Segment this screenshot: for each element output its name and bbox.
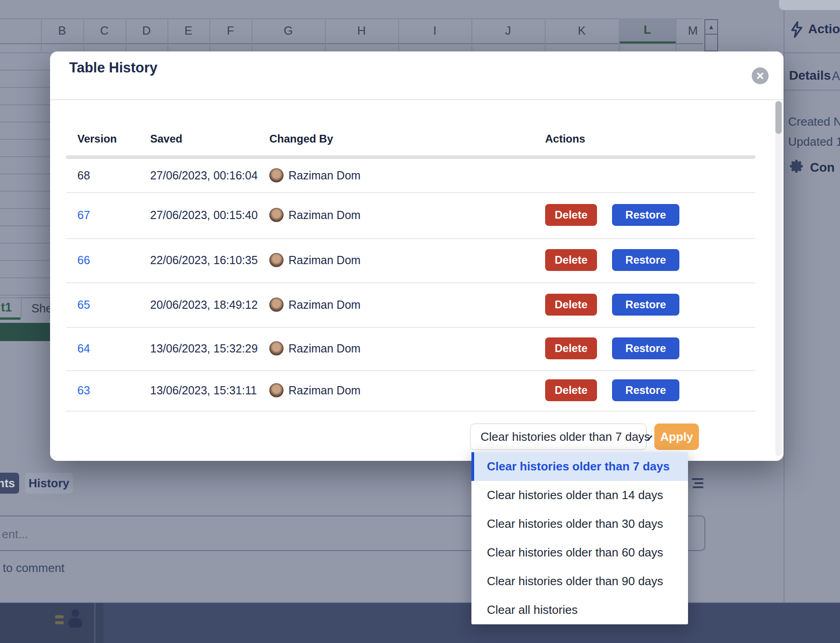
bottom-toolbar [0,602,840,643]
sidebar-updated-label: Updated 1 [788,135,840,149]
history-row-saved: 13/06/2023, 15:32:29 [150,342,258,355]
history-row-changed-by: Raziman Dom [288,342,360,355]
sheet-header-bottom-line [0,43,703,44]
grid-line [0,87,50,88]
grid-line [471,18,472,51]
avatar [269,383,283,398]
avatar [269,253,283,267]
grid-line [126,18,127,51]
history-row-saved: 13/06/2023, 15:31:11 [150,384,257,397]
history-row-version[interactable]: 63 [77,384,90,397]
delete-button[interactable]: Delete [545,337,597,359]
sheet-tab-active[interactable]: t1 [1,301,12,315]
sheet-column-header-E[interactable]: E [167,18,209,43]
sheet-column-header-I[interactable]: I [398,18,471,43]
table-header-underline [66,155,755,159]
lightning-icon [790,21,804,38]
dropdown-option[interactable]: Clear histories older than 60 days [471,538,688,567]
row-divider [66,411,755,412]
grid-line [619,18,620,51]
delete-button[interactable]: Delete [545,249,597,271]
row-divider [66,238,755,239]
sheet-column-header-F[interactable]: F [209,18,252,43]
history-row-saved: 22/06/2023, 16:10:35 [150,254,258,267]
apply-button[interactable]: Apply [654,424,699,450]
bottom-toolbar-divider [94,603,96,643]
align-lines-icon [692,478,703,480]
history-row-version[interactable]: 65 [77,298,90,311]
grid-line [209,18,210,51]
sheet-column-header-H[interactable]: H [325,18,398,43]
active-tab-underline [0,317,20,320]
history-row-saved: 27/06/2023, 00:15:40 [150,209,258,222]
sidebar-actions-label[interactable]: Actio [808,22,840,36]
restore-button[interactable]: Restore [612,204,679,226]
row-divider [66,370,755,371]
grid-line [0,70,50,71]
sidebar-tab-details[interactable]: Details [789,68,831,83]
row-divider [66,327,755,328]
sheet-scrollbar[interactable]: ▲ [704,19,718,51]
column-header-actions: Actions [545,133,585,145]
grid-line [0,139,50,140]
row-divider [66,192,755,193]
close-icon [756,72,764,80]
dropdown-option[interactable]: Clear histories older than 14 days [471,481,688,510]
history-row-saved: 20/06/2023, 18:49:12 [150,298,258,311]
clear-histories-dropdown-menu: Clear histories older than 7 daysClear h… [471,452,688,624]
close-button[interactable] [752,67,769,84]
sidebar-created-label: Created N [788,115,840,129]
grid-line [0,191,50,192]
sheet-column-header-J[interactable]: J [471,18,545,43]
delete-button[interactable]: Delete [545,204,597,226]
restore-button[interactable]: Restore [612,249,679,271]
grid-line [0,156,50,157]
modal-title: Table History [69,60,157,76]
dropdown-option[interactable]: Clear histories older than 30 days [471,510,688,538]
grid-line [0,295,50,296]
restore-button[interactable]: Restore [612,379,679,401]
grid-line [325,18,326,51]
column-header-version: Version [77,133,117,145]
clear-histories-select[interactable]: Clear histories older than 7 days [470,424,647,450]
sheet-column-header-K[interactable]: K [545,18,619,43]
history-row-changed-by: Raziman Dom [288,209,360,222]
dropdown-option[interactable]: Clear histories older than 90 days [471,567,688,596]
history-row-version: 68 [77,169,90,182]
sidebar-line [784,90,840,91]
floating-toolbar-card [779,0,840,10]
sheet-column-header-C[interactable]: C [83,18,126,43]
modal-header-divider [50,99,784,100]
restore-button[interactable]: Restore [612,337,679,359]
sheet-column-header-D[interactable]: D [126,18,167,43]
grid-line [167,18,168,51]
sheet-column-header-B[interactable]: B [41,18,83,43]
comment-input-placeholder: ent... [2,527,28,541]
history-row-version[interactable]: 66 [77,254,90,267]
grid-line [398,18,399,51]
sheet-column-header-L[interactable]: L [619,18,676,43]
restore-button[interactable]: Restore [612,294,679,316]
grid-line [0,174,50,174]
grid-line [0,52,50,53]
dropdown-option[interactable]: Clear histories older than 7 days [471,452,688,481]
sidebar-line [784,52,840,53]
delete-button[interactable]: Delete [545,379,597,401]
grid-line [0,243,50,244]
tab-history[interactable]: History [25,473,73,494]
sheet-column-header-G[interactable]: G [252,18,325,43]
modal-scrollbar-thumb[interactable] [775,101,782,134]
history-row-version[interactable]: 67 [77,209,90,222]
modal-scrollbar[interactable] [775,101,782,456]
grid-line [41,18,42,51]
delete-button[interactable]: Delete [545,294,597,316]
history-row-changed-by: Raziman Dom [288,384,360,397]
gear-icon[interactable] [789,158,805,174]
sidebar-tab-activity-partial[interactable]: A [832,69,840,83]
sidebar-configuration-label[interactable]: Con [810,160,835,175]
scroll-up-arrow-icon[interactable]: ▲ [705,20,717,35]
dropdown-option[interactable]: Clear all histories [471,596,688,624]
sheet-tab-next[interactable]: She [21,297,50,319]
tab-comments[interactable]: nts [0,473,19,494]
history-row-version[interactable]: 64 [77,342,90,355]
